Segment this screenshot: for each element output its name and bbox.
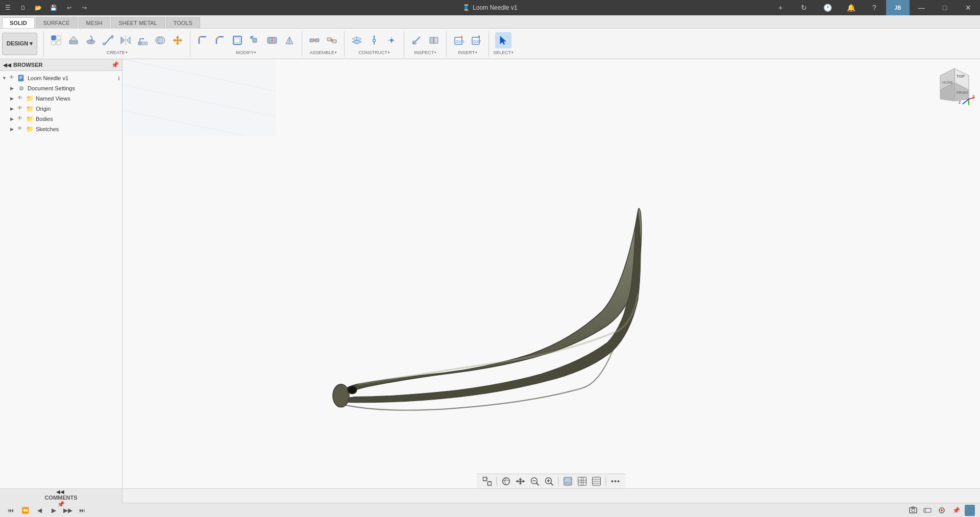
- grid-toggle-btn[interactable]: [576, 476, 589, 487]
- revolve-btn[interactable]: [83, 32, 99, 48]
- tab-mesh[interactable]: MESH: [79, 17, 110, 28]
- more-options-btn[interactable]: [609, 476, 622, 487]
- svg-text:TOP: TOP: [957, 74, 965, 79]
- collapse-comments-btn[interactable]: ◀◀: [56, 489, 64, 495]
- split-body-btn[interactable]: [264, 32, 280, 48]
- joint-btn[interactable]: [306, 32, 323, 48]
- as-built-joint-btn[interactable]: [324, 32, 340, 48]
- design-dropdown[interactable]: DESIGN ▾: [2, 33, 37, 55]
- sections-btn[interactable]: [591, 476, 603, 487]
- visibility-root[interactable]: 👁: [9, 75, 16, 82]
- offset-plane-btn[interactable]: [349, 32, 365, 48]
- tree-toggle-named-views[interactable]: ▶: [10, 96, 17, 101]
- select-btn[interactable]: [495, 32, 511, 48]
- measure-btn[interactable]: [408, 32, 425, 48]
- tree-item-doc-settings[interactable]: ▶ Document Settings: [0, 83, 122, 93]
- insert-dxf-btn[interactable]: DXF: [468, 32, 484, 48]
- construct-label[interactable]: CONSTRUCT▾: [358, 50, 390, 55]
- timeline-prev-btn[interactable]: ⏪: [19, 505, 31, 516]
- mirror-btn[interactable]: [117, 32, 134, 48]
- svg-marker-12: [127, 37, 130, 44]
- zoom-out-btn[interactable]: [529, 476, 541, 487]
- tab-solid[interactable]: SOLID: [2, 17, 35, 28]
- new-component-btn[interactable]: [48, 32, 64, 48]
- new-icon[interactable]: 🗋: [15, 0, 31, 15]
- refresh-btn[interactable]: ↻: [792, 0, 816, 15]
- orbit-btn[interactable]: [500, 476, 512, 487]
- pin-btn[interactable]: 📌: [950, 505, 962, 516]
- display-mode-btn[interactable]: [562, 476, 574, 487]
- visibility-named-views[interactable]: 👁: [17, 95, 24, 102]
- visibility-sketches[interactable]: 👁: [17, 126, 24, 133]
- tree-toggle-sketches[interactable]: ▶: [10, 127, 17, 132]
- timeline-end-marker[interactable]: [965, 505, 975, 516]
- tree-toggle-doc-settings[interactable]: ▶: [10, 86, 17, 91]
- bell-icon[interactable]: 🔔: [839, 0, 863, 15]
- timeline-forward-btn[interactable]: ▶▶: [62, 505, 74, 516]
- tree-item-root[interactable]: ▼ 👁 Loom Needle v1 ℹ: [0, 73, 122, 83]
- timeline-start-btn[interactable]: ⏮: [5, 505, 16, 516]
- camera-btn[interactable]: [908, 505, 919, 516]
- tab-sheet-metal[interactable]: SHEET METAL: [111, 17, 164, 28]
- timeline-play-btn[interactable]: ▶: [48, 505, 59, 516]
- zoom-in-btn[interactable]: [543, 476, 555, 487]
- scale-btn[interactable]: [247, 32, 263, 48]
- pattern-btn[interactable]: [135, 32, 151, 48]
- tree-item-root-info[interactable]: ℹ: [118, 76, 120, 81]
- select-label[interactable]: SELECT▾: [493, 50, 513, 55]
- collapse-browser-btn[interactable]: ◀◀: [3, 62, 11, 68]
- undo-icon[interactable]: ↩: [61, 0, 77, 15]
- viewcube[interactable]: TOP HOME FRONT X Y Z: [934, 64, 975, 105]
- user-btn[interactable]: JB: [886, 0, 910, 15]
- tree-toggle-origin[interactable]: ▶: [10, 106, 17, 111]
- chamfer-btn[interactable]: [212, 32, 228, 48]
- app-menu-icon[interactable]: ☰: [0, 0, 15, 15]
- fillet-btn[interactable]: [194, 32, 211, 48]
- help-btn[interactable]: ?: [863, 0, 886, 15]
- svg-rect-118: [488, 482, 492, 485]
- tree-item-origin[interactable]: ▶ 👁 📁 Origin: [0, 104, 122, 114]
- modify-label[interactable]: MODIFY▾: [236, 50, 256, 55]
- viewport[interactable]: TOP HOME FRONT X Y Z: [122, 59, 980, 488]
- shell-btn[interactable]: [229, 32, 246, 48]
- tree-item-sketches[interactable]: ▶ 👁 📁 Sketches: [0, 124, 122, 134]
- timeline-end-btn[interactable]: ⏭: [77, 505, 88, 516]
- tree-item-named-views[interactable]: ▶ 👁 📁 Named Views: [0, 93, 122, 104]
- combine-btn[interactable]: [152, 32, 168, 48]
- draft-btn[interactable]: [281, 32, 298, 48]
- maximize-btn[interactable]: □: [933, 0, 957, 15]
- timeline-settings-btn[interactable]: [922, 505, 933, 516]
- point-btn[interactable]: [383, 32, 400, 48]
- settings-icon: [17, 84, 26, 92]
- close-btn[interactable]: ✕: [957, 0, 980, 15]
- insert-svg-btn[interactable]: SVG: [451, 32, 467, 48]
- tab-tools[interactable]: TOOLS: [166, 17, 200, 28]
- record-btn[interactable]: [936, 505, 947, 516]
- fit-all-btn[interactable]: [481, 476, 494, 487]
- insert-label[interactable]: INSERT▾: [458, 50, 477, 55]
- cross-section-btn[interactable]: [426, 32, 442, 48]
- redo-icon[interactable]: ↪: [77, 0, 92, 15]
- tree-toggle-root[interactable]: ▼: [2, 76, 9, 81]
- move-btn[interactable]: [169, 32, 186, 48]
- svg-rect-22: [235, 38, 240, 43]
- inspect-label[interactable]: INSPECT▾: [414, 50, 436, 55]
- visibility-bodies[interactable]: 👁: [17, 115, 24, 122]
- tree-item-bodies[interactable]: ▶ 👁 📁 Bodies: [0, 114, 122, 124]
- axis-btn[interactable]: [366, 32, 382, 48]
- pan-btn[interactable]: [514, 476, 527, 487]
- timeline-back-btn[interactable]: ◀: [34, 505, 45, 516]
- tab-surface[interactable]: SURFACE: [36, 17, 78, 28]
- visibility-origin[interactable]: 👁: [17, 105, 24, 112]
- comments-panel: ◀◀ COMMENTS 📌: [0, 489, 122, 503]
- browser-pin-btn[interactable]: 📌: [111, 61, 119, 68]
- minimize-btn[interactable]: —: [910, 0, 933, 15]
- create-label[interactable]: CREATE▾: [107, 50, 128, 55]
- tree-toggle-bodies[interactable]: ▶: [10, 116, 17, 121]
- add-tab-btn[interactable]: +: [769, 0, 792, 15]
- sweep-btn[interactable]: [100, 32, 116, 48]
- save-icon[interactable]: 💾: [46, 0, 61, 15]
- extrude-btn[interactable]: [65, 32, 82, 48]
- assemble-label[interactable]: ASSEMBLE▾: [309, 50, 337, 55]
- open-icon[interactable]: 📂: [31, 0, 46, 15]
